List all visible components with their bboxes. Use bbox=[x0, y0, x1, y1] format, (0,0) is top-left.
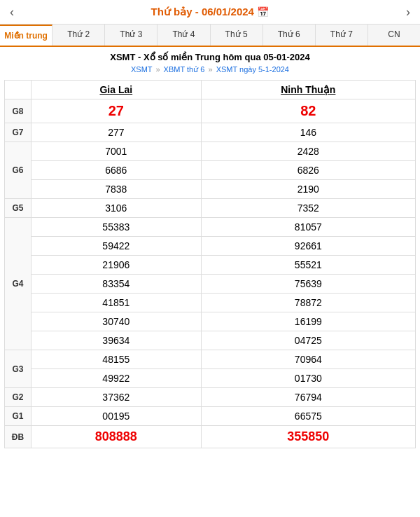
prize-label-g2: G2 bbox=[5, 388, 31, 407]
cell-col2: 6826 bbox=[201, 161, 415, 180]
cell-col2: 2190 bbox=[201, 180, 415, 199]
col-header-ninhtuan: Ninh Thuận bbox=[201, 81, 415, 99]
cell-col2: 81057 bbox=[201, 218, 415, 237]
cell-col1: 49922 bbox=[31, 369, 202, 388]
table-row: 3963404725 bbox=[5, 331, 416, 350]
cell-col1: 39634 bbox=[31, 331, 202, 350]
table-row: G34815570964 bbox=[5, 350, 416, 369]
cell-col1: 7838 bbox=[31, 180, 202, 199]
cell-col1: 808888 bbox=[31, 426, 202, 448]
table-row: 5942292661 bbox=[5, 237, 416, 256]
cell-col1: 7001 bbox=[31, 142, 202, 161]
table-row: G23736276794 bbox=[5, 388, 416, 407]
tab-thứ-2[interactable]: Thứ 2 bbox=[52, 25, 105, 46]
table-row: 2190655521 bbox=[5, 256, 416, 275]
cell-col2: 82 bbox=[201, 99, 415, 123]
cell-col2: 92661 bbox=[201, 237, 415, 256]
prize-label-g5: G5 bbox=[5, 199, 31, 218]
tab-thứ-5[interactable]: Thứ 5 bbox=[211, 25, 263, 46]
tab-cn[interactable]: CN bbox=[368, 25, 420, 46]
cell-col2: 7352 bbox=[201, 199, 415, 218]
cell-col1: 3106 bbox=[31, 199, 202, 218]
prize-label-đb: ĐB bbox=[5, 426, 31, 448]
lottery-table: Gia Lai Ninh Thuận G82782G7277146G670012… bbox=[4, 80, 416, 448]
cell-col2: 55521 bbox=[201, 256, 415, 275]
table-row: 4992201730 bbox=[5, 369, 416, 388]
calendar-icon[interactable]: 📅 bbox=[257, 6, 269, 18]
table-row: G531067352 bbox=[5, 199, 416, 218]
cell-col2: 04725 bbox=[201, 331, 415, 350]
cell-col2: 66575 bbox=[201, 407, 415, 426]
tab-thứ-4[interactable]: Thứ 4 bbox=[158, 25, 210, 46]
prize-label-g1: G1 bbox=[5, 407, 31, 426]
breadcrumb: XSMT » XBMT thứ 6 » XSMT ngày 5-1-2024 bbox=[4, 65, 416, 74]
cell-col1: 41851 bbox=[31, 294, 202, 312]
next-arrow[interactable]: › bbox=[399, 2, 417, 22]
cell-col2: 146 bbox=[201, 123, 415, 142]
col-header-empty bbox=[5, 81, 31, 99]
prev-arrow[interactable]: ‹ bbox=[3, 2, 21, 22]
cell-col1: 59422 bbox=[31, 237, 202, 256]
table-row: G10019566575 bbox=[5, 407, 416, 426]
cell-col1: 27 bbox=[31, 99, 202, 123]
cell-col2: 355850 bbox=[201, 426, 415, 448]
table-row: G45538381057 bbox=[5, 218, 416, 237]
prize-label-g6: G6 bbox=[5, 142, 31, 199]
tab-thứ-6[interactable]: Thứ 6 bbox=[263, 25, 316, 46]
section-title: XSMT - Xổ số miền Trung hôm qua 05-01-20… bbox=[4, 51, 416, 64]
breadcrumb-link-3[interactable]: XSMT ngày 5-1-2024 bbox=[216, 65, 289, 74]
cell-col1: 30740 bbox=[31, 312, 202, 331]
table-row: G7277146 bbox=[5, 123, 416, 142]
table-row: 78382190 bbox=[5, 180, 416, 199]
tab-miền-trung[interactable]: Miền trung bbox=[0, 25, 52, 46]
cell-col1: 00195 bbox=[31, 407, 202, 426]
cell-col1: 83354 bbox=[31, 275, 202, 294]
cell-col2: 70964 bbox=[201, 350, 415, 369]
cell-col2: 2428 bbox=[201, 142, 415, 161]
cell-col1: 55383 bbox=[31, 218, 202, 237]
tab-thứ-3[interactable]: Thứ 3 bbox=[105, 25, 158, 46]
cell-col2: 16199 bbox=[201, 312, 415, 331]
header-title: Thứ bảy - 06/01/2024 bbox=[151, 6, 254, 18]
table-row: G670012428 bbox=[5, 142, 416, 161]
prize-label-g4: G4 bbox=[5, 218, 31, 350]
prize-label-g3: G3 bbox=[5, 350, 31, 388]
col-header-gialai: Gia Lai bbox=[31, 81, 202, 99]
cell-col2: 76794 bbox=[201, 388, 415, 407]
breadcrumb-link-2[interactable]: XBMT thứ 6 bbox=[164, 65, 205, 74]
cell-col2: 78872 bbox=[201, 294, 415, 312]
cell-col1: 277 bbox=[31, 123, 202, 142]
main-content: XSMT - Xổ số miền Trung hôm qua 05-01-20… bbox=[0, 47, 420, 455]
cell-col1: 48155 bbox=[31, 350, 202, 369]
table-row: ĐB808888355850 bbox=[5, 426, 416, 448]
table-row: 8335475639 bbox=[5, 275, 416, 294]
cell-col1: 21906 bbox=[31, 256, 202, 275]
cell-col2: 01730 bbox=[201, 369, 415, 388]
table-row: 66866826 bbox=[5, 161, 416, 180]
prize-label-g8: G8 bbox=[5, 99, 31, 123]
header: ‹ Thứ bảy - 06/01/2024 📅 › bbox=[0, 0, 420, 25]
cell-col1: 6686 bbox=[31, 161, 202, 180]
breadcrumb-link-1[interactable]: XSMT bbox=[131, 65, 152, 74]
table-row: 3074016199 bbox=[5, 312, 416, 331]
cell-col1: 37362 bbox=[31, 388, 202, 407]
table-row: 4185178872 bbox=[5, 294, 416, 312]
table-header-row: Gia Lai Ninh Thuận bbox=[5, 81, 416, 99]
tabs-row: Miền trungThứ 2Thứ 3Thứ 4Thứ 5Thứ 6Thứ 7… bbox=[0, 25, 420, 47]
tab-thứ-7[interactable]: Thứ 7 bbox=[316, 25, 368, 46]
cell-col2: 75639 bbox=[201, 275, 415, 294]
table-row: G82782 bbox=[5, 99, 416, 123]
prize-label-g7: G7 bbox=[5, 123, 31, 142]
